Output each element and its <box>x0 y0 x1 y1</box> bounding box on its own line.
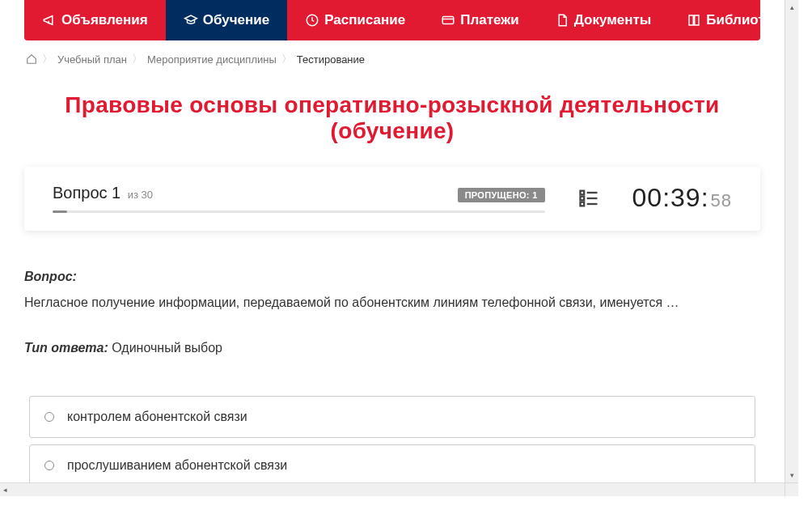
question-label: Вопрос: <box>24 270 77 283</box>
svg-rect-2 <box>580 190 584 194</box>
question-counter: Вопрос 1 <box>53 184 121 202</box>
file-icon <box>555 13 569 28</box>
megaphone-icon <box>42 13 57 28</box>
nav-label: Платежи <box>460 12 519 28</box>
nav-label: Объявления <box>61 12 148 28</box>
answer-options: контролем абонентской связи прослушивани… <box>24 396 760 496</box>
answer-type-value: Одиночный выбор <box>112 341 222 355</box>
nav-label: Расписание <box>324 12 405 28</box>
nav-announcements[interactable]: Объявления <box>24 0 166 40</box>
radio-icon <box>44 412 54 422</box>
nav-schedule[interactable]: Расписание <box>287 0 423 40</box>
timer-seconds: 58 <box>711 190 732 211</box>
timer: 00:39:58 <box>632 183 732 213</box>
option-text: прослушиванием абонентской связи <box>67 458 287 473</box>
nav-documents[interactable]: Документы <box>537 0 670 40</box>
book-icon <box>687 13 701 28</box>
scroll-left-icon: ◂ <box>3 486 7 494</box>
scroll-up-icon: ▴ <box>790 3 794 11</box>
answer-option[interactable]: прослушиванием абонентской связи <box>29 444 755 487</box>
home-icon[interactable] <box>26 53 37 65</box>
test-status-bar: Вопрос 1 из 30 ПРОПУЩЕНО: 1 00:39:58 <box>24 167 760 231</box>
progress-fill <box>53 210 67 213</box>
breadcrumb-link[interactable]: Мероприятие дисциплины <box>147 53 277 66</box>
nav-education[interactable]: Обучение <box>166 0 287 40</box>
skipped-badge: ПРОПУЩЕНО: 1 <box>458 188 545 202</box>
progress-bar <box>53 210 545 213</box>
svg-rect-3 <box>580 196 584 200</box>
clock-icon <box>305 13 319 28</box>
chevron-right-icon: 〉 <box>132 52 142 66</box>
svg-rect-4 <box>580 202 584 206</box>
page-title: Правовые основы оперативно-розыскной дея… <box>24 92 760 144</box>
timer-main: 00:39: <box>632 183 709 213</box>
question-list-icon[interactable] <box>577 187 600 210</box>
horizontal-scrollbar[interactable]: ◂ ▸ <box>0 482 798 496</box>
nav-payments[interactable]: Платежи <box>423 0 537 40</box>
nav-label: Документы <box>574 12 652 28</box>
progress-block: Вопрос 1 из 30 ПРОПУЩЕНО: 1 <box>53 184 545 213</box>
question-text: Негласное получение информации, передава… <box>24 293 760 312</box>
question-total: из 30 <box>128 189 153 201</box>
answer-type-label: Тип ответа: <box>24 341 108 355</box>
breadcrumb-current: Тестирование <box>297 53 365 66</box>
nav-label: Обучение <box>203 12 269 28</box>
scroll-down-icon: ▾ <box>790 471 794 479</box>
chevron-right-icon: 〉 <box>42 52 53 66</box>
svg-rect-1 <box>442 17 454 24</box>
scrollbar-corner <box>785 482 798 496</box>
breadcrumb-link[interactable]: Учебный план <box>57 53 127 66</box>
card-icon <box>441 13 455 28</box>
graduation-cap-icon <box>184 13 198 28</box>
vertical-scrollbar[interactable]: ▴ ▾ <box>785 0 798 482</box>
nav-library[interactable]: Библиотека <box>669 0 760 40</box>
main-nav: Объявления Обучение Расписание Платежи <box>24 0 760 40</box>
question-area: Вопрос: Негласное получение информации, … <box>24 267 760 496</box>
nav-label: Библиотека <box>706 12 760 28</box>
breadcrumb: 〉 Учебный план 〉 Мероприятие дисциплины … <box>24 40 760 78</box>
answer-option[interactable]: контролем абонентской связи <box>29 396 755 438</box>
chevron-right-icon: 〉 <box>281 52 292 66</box>
radio-icon <box>44 461 54 470</box>
option-text: контролем абонентской связи <box>67 410 247 424</box>
